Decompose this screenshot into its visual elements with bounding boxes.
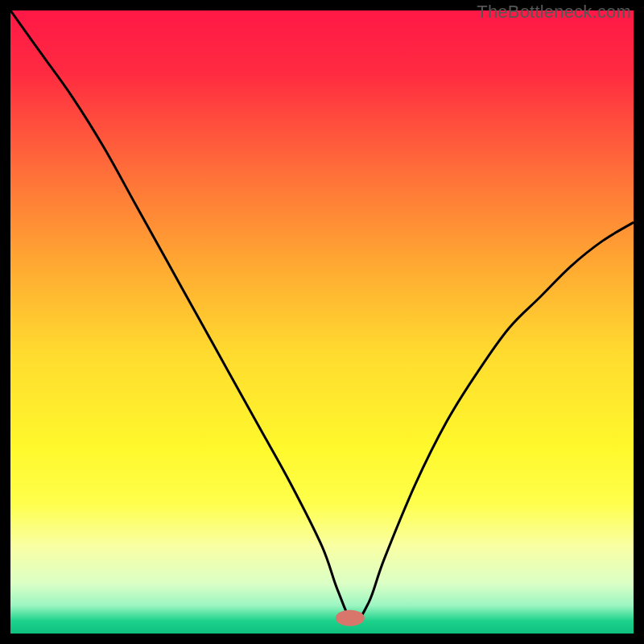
optimum-marker [336, 610, 365, 626]
gradient-background [10, 10, 634, 634]
chart-canvas [10, 10, 634, 634]
watermark-text: TheBottleneck.com [477, 2, 631, 23]
